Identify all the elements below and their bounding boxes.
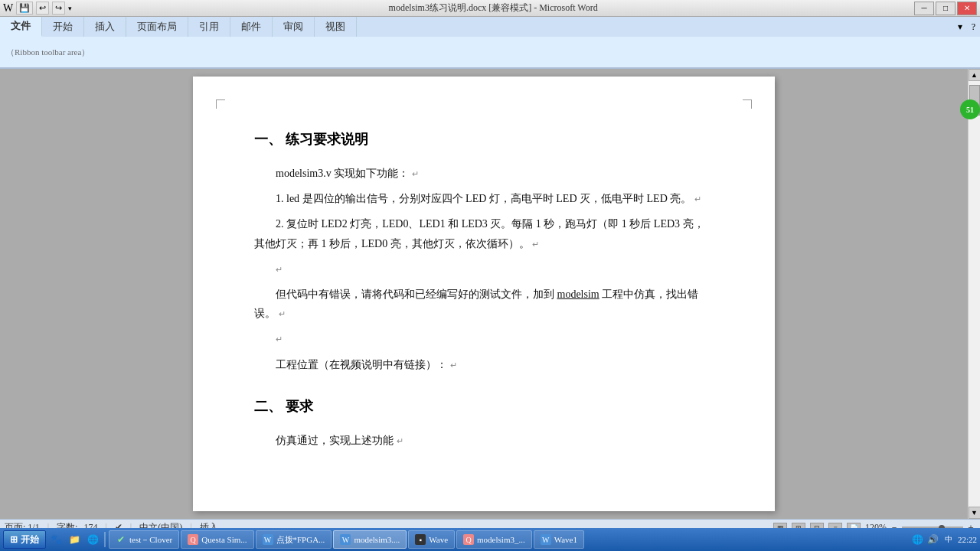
tab-insert[interactable]: 插入	[84, 17, 126, 37]
minimize-button[interactable]: ─	[914, 2, 934, 15]
tab-references[interactable]: 引用	[188, 17, 230, 37]
doc-para4: 仿真通过，实现上述功能 ↵	[254, 431, 714, 450]
quick-undo[interactable]: ↩	[36, 2, 49, 15]
doc-para-modelsim: modelsim3.v 实现如下功能： ↵	[254, 164, 714, 183]
wave-icon: ▪	[415, 534, 426, 545]
taskbar-modelsim3b[interactable]: Q modelsim3_...	[456, 530, 532, 549]
doc-para2: 但代码中有错误，请将代码和已经编写好的测试文件，加到 modelsim 工程中仿…	[254, 285, 714, 323]
modelsim3-icon: W	[340, 534, 351, 545]
tab-file[interactable]: 文件	[0, 17, 42, 37]
item2-text: 2. 复位时 LED2 灯亮，LED0、LED1 和 LED3 灭。每隔 1 秒…	[254, 218, 704, 249]
taskbar-quick1[interactable]: 🐾	[47, 530, 64, 549]
quick-redo[interactable]: ↪	[52, 2, 65, 15]
taskbar-quick3[interactable]: 🌐	[84, 530, 101, 549]
para2-text: 但代码中有错误，请将代码和已经编写好的测试文件，加到 modelsim 工程中仿…	[254, 289, 698, 319]
title-bar: W 💾 ↩ ↪ ▾ modelsim3练习说明.docx [兼容模式] - Mi…	[0, 0, 980, 17]
taskbar-wave1[interactable]: W Wave1	[534, 530, 584, 549]
taskbar-time: 22:22	[958, 535, 977, 544]
ribbon-content: （Ribbon toolbar area）	[0, 37, 980, 67]
quick-icon3: 🌐	[87, 534, 98, 545]
pilcrow2: ↵	[694, 194, 701, 204]
doc-blank2: ↵	[254, 329, 714, 348]
doc-blank1: ↵	[254, 259, 714, 279]
fpga-label: 点拨*FPGA...	[276, 534, 325, 546]
quick-icon1: 🐾	[51, 534, 61, 545]
corner-mark-tr	[743, 99, 752, 109]
word-icon: W	[3, 2, 13, 15]
pilcrow7: ↵	[450, 360, 457, 370]
windows-icon: ⊞	[10, 534, 18, 546]
wave-label: Wave	[429, 535, 448, 544]
doc-item2: 2. 复位时 LED2 灯亮，LED0、LED1 和 LED3 灭。每隔 1 秒…	[254, 214, 714, 253]
tray-volume: 🔊	[927, 533, 939, 546]
modelsim3b-label: modelsim3_...	[477, 535, 525, 544]
scrollbar-vertical[interactable]: ▲ 51 ▼	[968, 69, 980, 519]
doc-para3: 工程位置（在视频说明中有链接）： ↵	[254, 355, 714, 374]
scroll-down-button[interactable]: ▼	[969, 507, 981, 519]
test-clover-label: test－Clover	[129, 534, 172, 546]
taskbar-wave[interactable]: ▪ Wave	[408, 530, 455, 549]
quick-save[interactable]: 💾	[16, 2, 33, 15]
para3-text: 工程位置（在视频说明中有链接）：	[276, 359, 447, 370]
taskbar-test-clover[interactable]: ✔ test－Clover	[109, 530, 179, 549]
section2-heading: 二、 要求	[254, 397, 714, 416]
taskbar-quick2[interactable]: 📁	[66, 530, 83, 549]
test-clover-icon: ✔	[116, 534, 126, 545]
questa-label: Questa Sim...	[201, 535, 247, 544]
scroll-badge: 51	[960, 99, 980, 119]
main-area: 一、 练习要求说明 modelsim3.v 实现如下功能： ↵ 1. led 是…	[0, 69, 980, 519]
taskbar-fpga[interactable]: W 点拨*FPGA...	[256, 530, 332, 549]
wave1-icon: W	[541, 534, 551, 545]
window-title: modelsim3练习说明.docx [兼容模式] - Microsoft Wo…	[72, 2, 914, 15]
questa-icon: Q	[188, 534, 198, 545]
tab-review[interactable]: 审阅	[273, 17, 315, 37]
modelsim3-label: modelsim3....	[354, 535, 400, 544]
wave1-label: Wave1	[554, 535, 577, 544]
pilcrow3: ↵	[532, 240, 539, 249]
document-page: 一、 练习要求说明 modelsim3.v 实现如下功能： ↵ 1. led 是…	[193, 77, 775, 511]
pilcrow1: ↵	[412, 169, 419, 178]
start-label: 开始	[21, 533, 39, 546]
taskbar-modelsim3[interactable]: W modelsim3....	[333, 530, 407, 549]
corner-mark-tl	[216, 99, 225, 109]
tray-ime: 中	[942, 533, 955, 546]
ribbon: 文件 开始 插入 页面布局 引用 邮件 审阅 视图 ▾ ? （Ribbon to…	[0, 17, 980, 69]
taskbar: ⊞ 开始 🐾 📁 🌐 ✔ test－Clover Q Questa Sim...…	[0, 528, 980, 551]
taskbar-questa[interactable]: Q Questa Sim...	[181, 530, 253, 549]
tab-home[interactable]: 开始	[42, 17, 84, 37]
taskbar-tray: 🌐 🔊 中 22:22	[912, 533, 977, 546]
fpga-icon: W	[263, 534, 273, 545]
start-button[interactable]: ⊞ 开始	[3, 530, 46, 549]
maximize-button[interactable]: □	[936, 2, 956, 15]
pilcrow6: ↵	[276, 334, 283, 344]
modelsim-link: modelsim	[557, 289, 599, 300]
section1-heading: 一、 练习要求说明	[254, 130, 714, 148]
pilcrow8: ↵	[397, 436, 403, 445]
ribbon-help[interactable]: ?	[967, 20, 980, 34]
modelsim3b-icon: Q	[463, 534, 474, 545]
ribbon-collapse[interactable]: ▾	[953, 20, 967, 34]
tab-mail[interactable]: 邮件	[230, 17, 273, 37]
tray-network: 🌐	[912, 533, 924, 546]
tab-view[interactable]: 视图	[315, 17, 357, 37]
quick-icon2: 📁	[69, 534, 80, 545]
doc-item1: 1. led 是四位的输出信号，分别对应四个 LED 灯，高电平时 LED 灭，…	[254, 189, 714, 208]
scroll-track[interactable]	[969, 81, 980, 519]
tab-pagelayout[interactable]: 页面布局	[126, 17, 188, 37]
pilcrow5: ↵	[279, 309, 286, 318]
close-button[interactable]: ✕	[957, 2, 977, 15]
para4-text: 仿真通过，实现上述功能	[276, 435, 394, 446]
item1-text: 1. led 是四位的输出信号，分别对应四个 LED 灯，高电平时 LED 灭，…	[276, 193, 691, 204]
para1-text: modelsim3.v 实现如下功能：	[276, 168, 409, 179]
scroll-up-button[interactable]: ▲	[969, 69, 981, 81]
pilcrow4: ↵	[276, 265, 283, 274]
document-container: 一、 练习要求说明 modelsim3.v 实现如下功能： ↵ 1. led 是…	[0, 69, 968, 519]
ribbon-tabs: 文件 开始 插入 页面布局 引用 邮件 审阅 视图 ▾ ?	[0, 17, 980, 37]
